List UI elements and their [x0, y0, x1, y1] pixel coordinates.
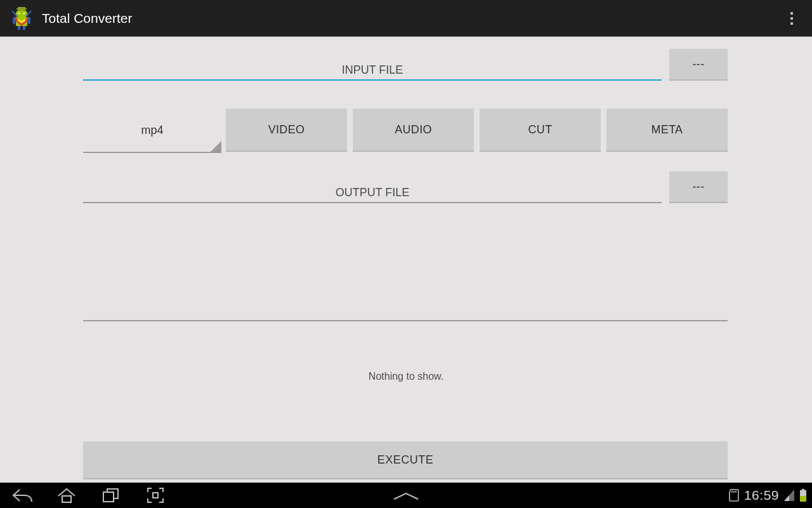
recent-apps-icon[interactable]	[89, 483, 133, 508]
input-file-row: INPUT FILE ---	[83, 49, 728, 81]
output-browse-button[interactable]: ---	[669, 171, 728, 203]
system-navigation-bar: 16:59	[0, 483, 812, 508]
battery-icon	[799, 489, 807, 502]
svg-point-5	[23, 12, 25, 14]
format-spinner[interactable]: mp4	[83, 109, 221, 153]
svg-rect-1	[16, 8, 18, 10]
meta-tab[interactable]: META	[606, 109, 728, 152]
svg-point-4	[18, 12, 20, 14]
execute-button[interactable]: EXECUTE	[83, 441, 728, 479]
audio-tab[interactable]: AUDIO	[353, 109, 474, 152]
svg-rect-2	[25, 8, 27, 10]
separator	[83, 320, 728, 321]
app-title: Total Converter	[42, 11, 132, 26]
expand-icon[interactable]	[392, 492, 420, 500]
action-bar: Total Converter	[0, 0, 812, 36]
svg-rect-0	[18, 7, 25, 11]
content-area: INPUT FILE --- mp4 VIDEO AUDIO CUT META …	[0, 37, 812, 483]
status-text: Nothing to show.	[0, 371, 812, 382]
svg-rect-12	[28, 17, 30, 24]
clock: 16:59	[744, 488, 779, 503]
sdcard-icon	[729, 489, 739, 502]
screenshot-icon[interactable]	[133, 483, 178, 508]
app-icon	[9, 6, 34, 31]
svg-rect-3	[16, 11, 27, 17]
svg-rect-9	[18, 26, 20, 30]
video-tab[interactable]: VIDEO	[226, 109, 347, 152]
signal-icon	[784, 490, 794, 501]
svg-rect-17	[153, 493, 158, 498]
back-icon[interactable]	[0, 483, 44, 508]
overflow-menu-icon[interactable]	[785, 6, 798, 31]
svg-rect-25	[800, 496, 806, 502]
output-file-row: OUTPUT FILE ---	[83, 171, 728, 203]
output-file-field[interactable]: OUTPUT FILE	[83, 171, 662, 203]
input-browse-button[interactable]: ---	[669, 49, 728, 81]
svg-rect-10	[23, 26, 25, 30]
home-icon[interactable]	[44, 483, 89, 508]
status-tray: 16:59	[729, 483, 807, 508]
svg-rect-23	[802, 489, 804, 490]
svg-marker-22	[784, 495, 789, 501]
option-tabs: VIDEO AUDIO CUT META	[226, 109, 728, 152]
input-file-field[interactable]: INPUT FILE	[83, 49, 662, 81]
nav-keys	[0, 483, 178, 508]
format-value: mp4	[141, 124, 163, 137]
svg-rect-15	[62, 496, 71, 502]
cut-tab[interactable]: CUT	[480, 109, 601, 152]
svg-rect-11	[13, 17, 15, 24]
svg-rect-16	[103, 492, 114, 502]
